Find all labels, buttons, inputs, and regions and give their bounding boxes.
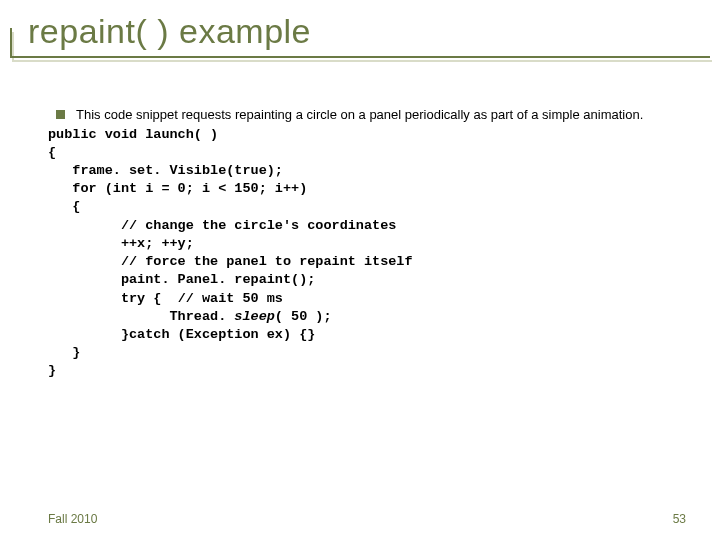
footer: Fall 2010 53 <box>48 512 686 526</box>
code-block: public void launch( ) { frame. set. Visi… <box>48 126 700 381</box>
slide-title: repaint( ) example <box>28 12 720 51</box>
footer-page-number: 53 <box>673 512 686 526</box>
slide-content: This code snippet requests repainting a … <box>48 106 700 381</box>
title-rule-shadow <box>12 60 712 62</box>
code-italic: sleep <box>234 309 275 324</box>
code-line: } <box>48 345 80 360</box>
title-area: repaint( ) example <box>0 0 720 51</box>
footer-left: Fall 2010 <box>48 512 97 526</box>
bullet-item: This code snippet requests repainting a … <box>48 106 700 124</box>
code-line: // change the circle's coordinates <box>48 218 396 233</box>
bullet-icon <box>56 110 65 119</box>
code-line: public void launch( ) <box>48 127 218 142</box>
code-line: }catch (Exception ex) {} <box>48 327 315 342</box>
code-line: paint. Panel. repaint(); <box>48 272 315 287</box>
code-line: ( 50 ); <box>275 309 332 324</box>
title-rule <box>10 56 710 58</box>
code-line: try { <box>48 291 178 306</box>
code-comment: // wait 50 ms <box>178 291 283 306</box>
bullet-text: This code snippet requests repainting a … <box>76 107 643 122</box>
code-line: } <box>48 363 56 378</box>
code-line: Thread. <box>48 309 234 324</box>
code-line: { <box>48 199 80 214</box>
code-line: // force the panel to repaint itself <box>48 254 413 269</box>
code-line: frame. set. Visible(true); <box>48 163 283 178</box>
code-line: { <box>48 145 56 160</box>
code-line: ++x; ++y; <box>48 236 194 251</box>
code-line: for (int i = 0; i < 150; i++) <box>48 181 307 196</box>
